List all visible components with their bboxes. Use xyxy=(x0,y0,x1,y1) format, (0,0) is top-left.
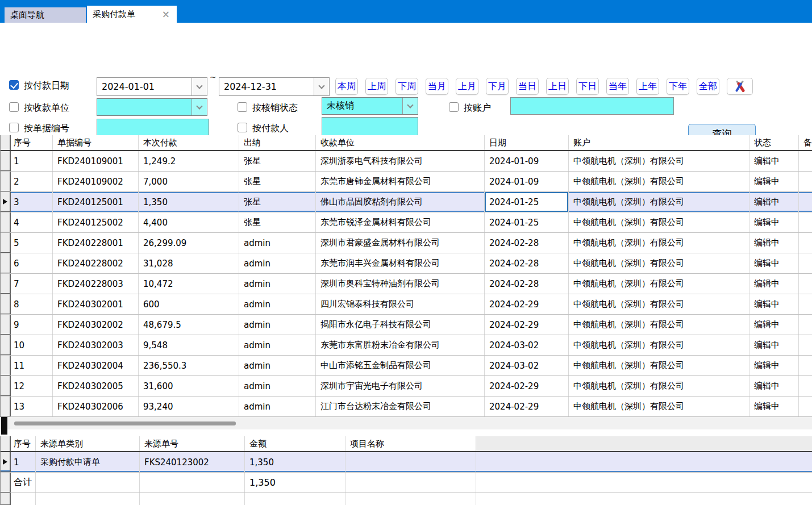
cell-status[interactable]: 编辑中 xyxy=(749,172,799,191)
cell-remark[interactable] xyxy=(799,376,812,396)
table-row[interactable]: 12 FKD240302005 31,600 admin 深圳市宇宙光电子有限公… xyxy=(1,376,812,397)
cell-amount[interactable]: 9,548 xyxy=(139,335,239,355)
column-header-source-no[interactable]: 来源单号 xyxy=(140,436,245,451)
table-row[interactable]: 4 FKD240125002 4,400 张星 东莞市锐泽金属材料有限公司 20… xyxy=(1,212,812,233)
cell-remark[interactable] xyxy=(799,397,812,416)
cell-cashier[interactable]: 张星 xyxy=(239,192,316,212)
cell-remark[interactable] xyxy=(799,335,812,355)
cell-seq[interactable]: 6 xyxy=(11,253,53,273)
chevron-down-icon[interactable] xyxy=(191,78,207,95)
cell-source-type[interactable]: 采购付款申请单 xyxy=(36,452,140,472)
cell-account[interactable]: 中领航电机（深圳）有限公司 xyxy=(569,212,749,232)
column-header-amount[interactable]: 金额 xyxy=(245,436,345,451)
cell-amount[interactable]: 48,679.5 xyxy=(139,315,239,335)
cell-status[interactable]: 编辑中 xyxy=(749,253,799,273)
table-row[interactable]: 6 FKD240228002 31,028 admin 东莞市润丰兴金属材料有限… xyxy=(1,253,812,274)
cell-account[interactable]: 中领航电机（深圳）有限公司 xyxy=(569,274,749,294)
cell-doc-no[interactable]: FKD240302001 xyxy=(53,294,139,314)
cell-amount[interactable]: 31,600 xyxy=(139,376,239,396)
cell-cashier[interactable]: admin xyxy=(239,356,316,375)
cell-seq[interactable]: 5 xyxy=(11,233,53,253)
cell-cashier[interactable]: admin xyxy=(239,253,316,273)
cell-payee[interactable]: 深圳市宇宙光电子有限公司 xyxy=(316,376,485,396)
cell-seq[interactable]: 4 xyxy=(11,212,53,232)
cell-date[interactable]: 2024-02-29 xyxy=(485,294,569,314)
cell-amount[interactable]: 236,550.3 xyxy=(139,356,239,375)
cell-seq[interactable]: 10 xyxy=(11,335,53,355)
column-header-seq[interactable]: 序号 xyxy=(11,436,36,451)
column-header-cashier[interactable]: 出纳 xyxy=(239,135,316,150)
quick-range-button[interactable]: 当年 xyxy=(606,78,629,95)
cell-status[interactable]: 编辑中 xyxy=(749,212,799,232)
cell-account[interactable]: 中领航电机（深圳）有限公司 xyxy=(569,315,749,335)
pay-date-checkbox[interactable] xyxy=(9,80,19,90)
horizontal-scrollbar[interactable] xyxy=(0,417,812,429)
cell-date[interactable]: 2024-03-02 xyxy=(485,335,569,355)
cell-doc-no[interactable]: FKD240302005 xyxy=(53,376,139,396)
column-header-amount[interactable]: 本次付款 xyxy=(139,135,239,150)
cell-account[interactable]: 中领航电机（深圳）有限公司 xyxy=(569,151,749,171)
column-header-project[interactable]: 项目名称 xyxy=(345,436,476,451)
cell-date[interactable]: 2024-03-02 xyxy=(485,356,569,375)
quick-range-button[interactable]: 上年 xyxy=(636,78,659,95)
quick-range-button[interactable]: 全部 xyxy=(697,78,719,95)
cell-seq[interactable]: 1 xyxy=(11,151,53,171)
quick-range-button[interactable]: 上日 xyxy=(546,78,569,95)
cell-cashier[interactable]: 张星 xyxy=(239,151,316,171)
column-header-source-type[interactable]: 来源单类别 xyxy=(36,436,140,451)
cell-project[interactable] xyxy=(345,452,476,472)
cell-status[interactable]: 编辑中 xyxy=(749,294,799,314)
cell-payee[interactable]: 东莞市润丰兴金属材料有限公司 xyxy=(316,253,485,273)
payer-checkbox[interactable] xyxy=(238,123,247,132)
cell-account[interactable]: 中领航电机（深圳）有限公司 xyxy=(569,233,749,253)
cell-doc-no[interactable]: FKD240109002 xyxy=(53,172,139,191)
payer-input[interactable] xyxy=(322,117,418,136)
cell-date[interactable]: 2024-01-25 xyxy=(485,192,569,212)
cell-doc-no[interactable]: FKD240228002 xyxy=(53,253,139,273)
scrollbar-thumb[interactable] xyxy=(14,421,236,425)
cell-remark[interactable] xyxy=(799,233,812,253)
cell-date[interactable]: 2024-02-28 xyxy=(485,274,569,294)
row-gutter[interactable] xyxy=(1,172,11,191)
cell-status[interactable]: 编辑中 xyxy=(749,335,799,355)
cell-amount[interactable]: 4,400 xyxy=(139,212,239,232)
cell-payee[interactable]: 四川宏锦泰科技有限公司 xyxy=(316,294,485,314)
cell-doc-no[interactable]: FKD240125002 xyxy=(53,212,139,232)
close-icon[interactable]: × xyxy=(161,10,171,19)
cell-payee[interactable]: 江门市台达粉末冶金有限公司 xyxy=(316,397,485,416)
cell-amount[interactable]: 26,299.09 xyxy=(139,233,239,253)
cell-remark[interactable] xyxy=(799,274,812,294)
cell-status[interactable]: 编辑中 xyxy=(749,233,799,253)
cell-date[interactable]: 2024-02-29 xyxy=(485,315,569,335)
cell-cashier[interactable]: admin xyxy=(239,315,316,335)
cell-doc-no[interactable]: FKD240302003 xyxy=(53,335,139,355)
cell-payee[interactable]: 东莞市唐铈金属材料有限公司 xyxy=(316,172,485,191)
tab-desktop-nav[interactable]: 桌面导航 xyxy=(5,7,86,23)
column-header-remark[interactable]: 备注 xyxy=(799,135,812,150)
cell-account[interactable]: 中领航电机（深圳）有限公司 xyxy=(569,172,749,191)
table-row[interactable]: 11 FKD240302004 236,550.3 admin 中山市添铭五金制… xyxy=(1,356,812,376)
row-gutter[interactable] xyxy=(1,253,11,273)
cell-payee[interactable]: 揭阳市永亿电子科技有限公司 xyxy=(316,315,485,335)
row-gutter[interactable] xyxy=(1,294,11,314)
quick-range-button[interactable]: 上周 xyxy=(365,78,388,95)
quick-range-button[interactable]: 上月 xyxy=(456,78,478,95)
cell-doc-no[interactable]: FKD240228001 xyxy=(53,233,139,253)
column-header-payee[interactable]: 收款单位 xyxy=(316,135,485,150)
cell-status[interactable]: 编辑中 xyxy=(749,376,799,396)
column-header-doc-no[interactable]: 单据编号 xyxy=(53,135,139,150)
cell-seq[interactable]: 1 xyxy=(11,452,36,472)
cell-remark[interactable] xyxy=(799,294,812,314)
cell-date[interactable]: 2024-01-09 xyxy=(485,172,569,191)
cell-status[interactable]: 编辑中 xyxy=(749,315,799,335)
cell-status[interactable]: 编辑中 xyxy=(749,192,799,212)
column-header-date[interactable]: 日期 xyxy=(485,135,569,150)
row-gutter[interactable] xyxy=(1,233,11,253)
row-gutter[interactable] xyxy=(1,397,11,416)
quick-range-button[interactable]: 当月 xyxy=(426,78,448,95)
column-header-status[interactable]: 状态 xyxy=(749,135,799,150)
writeoff-combobox[interactable]: 未核销 xyxy=(322,97,418,115)
clear-filter-button[interactable] xyxy=(727,78,753,95)
cell-amount[interactable]: 7,000 xyxy=(139,172,239,191)
cell-payee[interactable]: 中山市添铭五金制品有限公司 xyxy=(316,356,485,375)
